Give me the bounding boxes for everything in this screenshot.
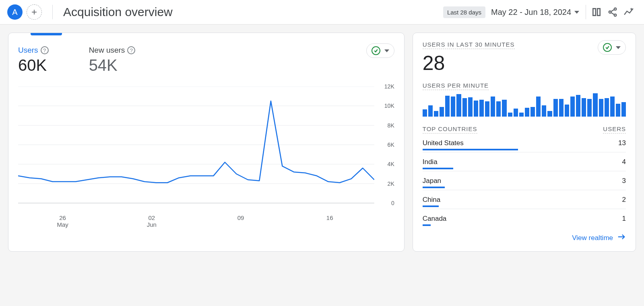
minute-bar — [479, 100, 484, 117]
y-tick-label: 2K — [388, 181, 394, 187]
country-name: Japan — [423, 177, 441, 185]
minute-bar — [502, 100, 506, 117]
minute-bar — [547, 111, 552, 117]
chevron-down-icon — [384, 49, 389, 52]
minute-bar — [491, 97, 495, 117]
chevron-down-icon — [616, 46, 621, 49]
country-row: Japan3 — [423, 171, 626, 187]
realtime-users-value: 28 — [423, 51, 626, 75]
date-preset-chip[interactable]: Last 28 days — [443, 6, 485, 18]
minute-bar — [428, 105, 433, 117]
y-tick-label: 8K — [388, 122, 394, 129]
status-menu[interactable] — [598, 40, 626, 55]
metric-new-users[interactable]: New users? 54K — [89, 46, 136, 74]
realtime-card: USERS IN LAST 30 MINUTES 28 USERS PER MI… — [413, 33, 636, 252]
users-column-title: USERS — [603, 125, 626, 133]
help-icon[interactable]: ? — [41, 46, 49, 54]
country-row: United States13 — [423, 133, 626, 149]
users-per-minute-chart — [423, 93, 626, 117]
top-countries-title: TOP COUNTRIES — [423, 125, 477, 133]
divider — [586, 5, 586, 19]
country-users: 13 — [618, 139, 626, 147]
y-axis: 12K10K8K6K4K2K0 — [374, 86, 394, 211]
users-line-chart — [18, 86, 374, 211]
minute-bar — [485, 101, 489, 117]
metric-label: New users — [89, 46, 125, 55]
country-row: China2 — [423, 190, 626, 205]
metric-users[interactable]: Users? 60K — [18, 46, 49, 74]
svg-line-6 — [611, 12, 615, 14]
minute-bar — [621, 102, 626, 117]
page-title: Acquisition overview — [63, 5, 173, 19]
users-per-minute-title: USERS PER MINUTE — [423, 82, 489, 90]
date-range-picker[interactable]: May 22 - Jun 18, 2024 — [491, 8, 579, 17]
country-name: India — [423, 158, 438, 166]
country-bar — [423, 187, 445, 188]
minute-bar — [508, 113, 512, 117]
minute-bar — [587, 99, 592, 117]
check-circle-icon — [372, 46, 380, 55]
minute-bar — [519, 113, 524, 117]
minute-bar — [565, 105, 569, 117]
minute-bar — [445, 96, 450, 117]
country-row: Canada1 — [423, 209, 626, 224]
minute-bar — [525, 108, 529, 117]
country-list: United States13India4Japan3China2Canada1 — [423, 133, 626, 226]
realtime-users-title: USERS IN LAST 30 MINUTES — [423, 41, 515, 49]
country-name: Canada — [423, 215, 447, 223]
country-users: 2 — [622, 196, 626, 204]
svg-rect-0 — [593, 8, 596, 15]
country-name: United States — [423, 139, 464, 147]
arrow-right-icon — [617, 232, 626, 243]
svg-line-5 — [611, 10, 615, 12]
status-menu[interactable] — [366, 43, 394, 58]
country-row: India4 — [423, 152, 626, 168]
insights-icon[interactable] — [621, 4, 637, 20]
compare-icon[interactable] — [588, 4, 605, 20]
minute-bar — [423, 109, 427, 117]
minute-bar — [582, 98, 586, 117]
share-icon[interactable] — [605, 4, 621, 20]
view-realtime-link[interactable]: View realtime — [423, 232, 626, 243]
minute-bar — [616, 104, 620, 117]
country-bar — [423, 205, 439, 207]
minute-bar — [553, 99, 558, 117]
chevron-down-icon — [574, 11, 579, 14]
minute-bar — [468, 97, 473, 117]
y-tick-label: 0 — [391, 200, 394, 206]
minute-bar — [610, 97, 615, 117]
check-circle-icon — [603, 43, 612, 52]
minute-bar — [570, 97, 575, 117]
help-icon[interactable]: ? — [127, 46, 135, 54]
y-tick-label: 6K — [388, 142, 394, 148]
minute-bar — [536, 97, 541, 117]
metric-value: 54K — [89, 56, 136, 74]
minute-bar — [542, 105, 546, 117]
view-realtime-label: View realtime — [572, 234, 613, 242]
y-tick-label: 10K — [384, 103, 394, 109]
minute-bar — [593, 93, 597, 117]
active-tab-indicator — [31, 33, 62, 35]
avatar[interactable]: A — [7, 4, 23, 20]
country-bar — [423, 224, 431, 226]
minute-bar — [474, 101, 478, 117]
x-tick-label: 02Jun — [107, 214, 196, 228]
minute-bar — [451, 97, 455, 117]
country-name: China — [423, 196, 440, 204]
minute-bar — [559, 99, 564, 117]
country-users: 1 — [622, 215, 626, 223]
y-tick-label: 12K — [384, 83, 394, 90]
divider — [52, 5, 53, 19]
x-tick-label: 26May — [18, 214, 107, 228]
minute-bar — [462, 98, 467, 117]
metric-value: 60K — [18, 56, 49, 74]
x-tick-label: 16 — [285, 214, 374, 228]
x-tick-label: 09 — [196, 214, 285, 228]
minute-bar — [496, 101, 501, 117]
minute-bar — [530, 107, 535, 117]
date-range-label: May 22 - Jun 18, 2024 — [491, 8, 571, 17]
add-segment-button[interactable]: + — [27, 4, 42, 20]
minute-bar — [599, 99, 603, 117]
x-axis: 26May02Jun0916 — [18, 214, 394, 228]
country-users: 3 — [622, 177, 626, 185]
